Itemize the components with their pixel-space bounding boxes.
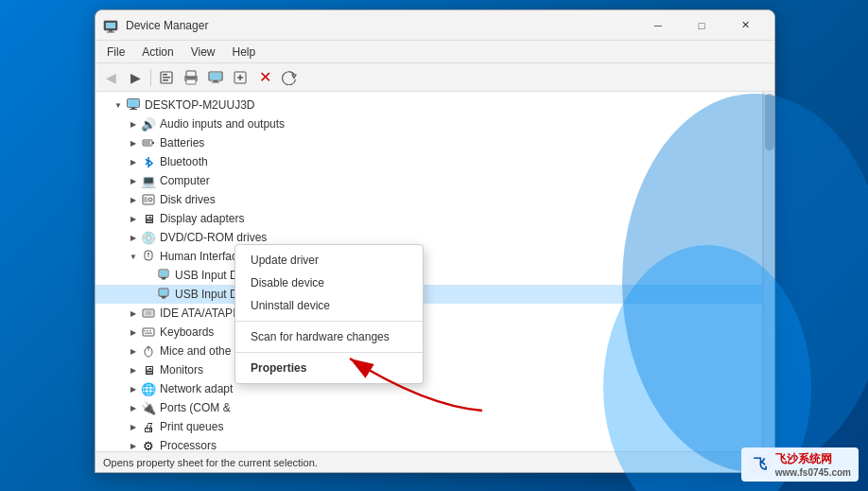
usb-svg-2: [157, 288, 170, 301]
ctx-uninstall-device[interactable]: Uninstall device: [235, 294, 423, 317]
toolbar-btn-7[interactable]: [278, 66, 301, 89]
network-expand[interactable]: ▶: [126, 381, 141, 396]
ide-icon: [141, 306, 156, 321]
svg-rect-1: [106, 23, 115, 28]
print-icon: 🖨: [141, 419, 156, 434]
minimize-button[interactable]: ─: [636, 10, 680, 41]
close-button[interactable]: ✕: [723, 10, 767, 41]
ctx-scan-hardware[interactable]: Scan for hardware changes: [235, 325, 423, 348]
forward-button[interactable]: ▶: [124, 66, 147, 89]
watermark-icon: 飞: [749, 453, 772, 476]
dvd-expand[interactable]: ▶: [126, 230, 141, 245]
batteries-icon: [141, 135, 156, 150]
title-bar: Device Manager ─ □ ✕: [95, 10, 774, 41]
bluetooth-expand[interactable]: ▶: [126, 154, 141, 169]
display-label: Display adapters: [160, 212, 244, 225]
ports-expand[interactable]: ▶: [126, 400, 141, 415]
svg-rect-6: [163, 77, 170, 79]
computer-icon-2: 💻: [141, 173, 156, 188]
ctx-update-driver[interactable]: Update driver: [235, 249, 423, 272]
audio-icon: 🔊: [141, 116, 156, 132]
processors-icon: ⚙: [141, 438, 156, 451]
toolbar-btn-6[interactable]: ✕: [253, 66, 276, 89]
toolbar-btn-3[interactable]: [180, 66, 202, 89]
toolbar-btn-2[interactable]: [155, 66, 178, 89]
print-expand[interactable]: ▶: [126, 419, 141, 434]
back-button[interactable]: ◀: [99, 66, 122, 89]
svg-rect-17: [131, 108, 135, 110]
ports-icon: 🔌: [141, 400, 156, 415]
ide-label: IDE ATA/ATAPI: [160, 307, 235, 320]
svg-rect-45: [145, 333, 152, 335]
ide-svg: [142, 307, 155, 320]
processors-label: Processors: [160, 439, 217, 451]
hid-expand[interactable]: ▼: [126, 249, 141, 264]
watermark-line2: www.fs0745.com: [775, 467, 851, 478]
dvd-icon: 💿: [141, 230, 156, 245]
mice-expand[interactable]: ▶: [126, 343, 141, 359]
dvd-label: DVD/CD-ROM drives: [160, 231, 267, 244]
svg-rect-34: [160, 289, 167, 295]
root-label: DESKTOP-M2UUJ3D: [145, 98, 254, 112]
svg-rect-23: [144, 197, 148, 202]
svg-rect-10: [186, 79, 196, 84]
mouse-svg: [142, 344, 155, 358]
svg-rect-2: [109, 30, 113, 32]
computer-expand[interactable]: ▶: [126, 173, 141, 188]
keyboards-expand[interactable]: ▶: [126, 324, 141, 340]
hid-icon: [141, 249, 156, 264]
menu-file[interactable]: File: [99, 44, 132, 61]
svg-rect-30: [160, 271, 167, 276]
window-controls: ─ □ ✕: [636, 10, 767, 41]
display-icon: 🖥: [141, 211, 156, 226]
batteries-expand[interactable]: ▶: [126, 135, 141, 150]
toolbar-btn-4[interactable]: [204, 66, 227, 89]
svg-rect-35: [161, 296, 166, 297]
menu-action[interactable]: Action: [134, 44, 181, 61]
network-label: Network adapt: [160, 382, 233, 395]
computer-icon: [126, 97, 141, 113]
ctx-disable-device[interactable]: Disable device: [235, 272, 423, 294]
toolbar: ◀ ▶: [95, 63, 774, 92]
svg-rect-13: [214, 80, 217, 82]
status-text: Opens property sheet for the current sel…: [103, 457, 318, 468]
audio-expand[interactable]: ▶: [126, 116, 141, 132]
root-expand-icon[interactable]: ▼: [111, 97, 126, 113]
svg-rect-5: [163, 74, 167, 76]
processors-expand[interactable]: ▶: [126, 438, 141, 451]
svg-rect-14: [212, 81, 219, 82]
svg-rect-18: [130, 109, 137, 110]
audio-label: Audio inputs and outputs: [160, 117, 285, 131]
toolbar-btn-5[interactable]: [229, 66, 252, 89]
tree-root[interactable]: ▼ DESKTOP-M2UUJ3D: [95, 96, 762, 114]
usb2-label: USB Input D: [175, 288, 238, 301]
display-expand[interactable]: ▶: [126, 211, 141, 226]
computer-label: Computer: [160, 174, 210, 187]
print-icon: [183, 70, 199, 85]
tree-audio[interactable]: ▶ 🔊 Audio inputs and outputs: [95, 114, 762, 133]
ide-expand[interactable]: ▶: [126, 306, 141, 321]
disk-svg: [142, 193, 155, 206]
mice-label: Mice and othe: [160, 344, 231, 358]
svg-rect-36: [162, 297, 165, 299]
svg-point-25: [150, 200, 151, 201]
window-icon: [103, 18, 118, 33]
context-menu: Update driver Disable device Uninstall d…: [234, 244, 424, 384]
svg-rect-44: [149, 330, 151, 332]
svg-rect-41: [143, 328, 154, 336]
menu-view[interactable]: View: [183, 44, 223, 61]
refresh-icon: [282, 70, 297, 85]
monitors-expand[interactable]: ▶: [126, 362, 141, 377]
svg-rect-20: [152, 142, 154, 144]
battery-svg: [142, 136, 155, 149]
print-label: Print queues: [160, 420, 223, 433]
monitors-icon: 🖥: [141, 362, 156, 377]
display-icon: [208, 70, 223, 85]
svg-rect-42: [144, 330, 146, 332]
menu-help[interactable]: Help: [225, 44, 264, 61]
maximize-button[interactable]: □: [680, 10, 723, 41]
mice-icon: [141, 343, 156, 359]
disk-expand[interactable]: ▶: [126, 192, 141, 207]
bluetooth-label: Bluetooth: [160, 155, 208, 168]
ctx-properties[interactable]: Properties: [235, 357, 423, 379]
